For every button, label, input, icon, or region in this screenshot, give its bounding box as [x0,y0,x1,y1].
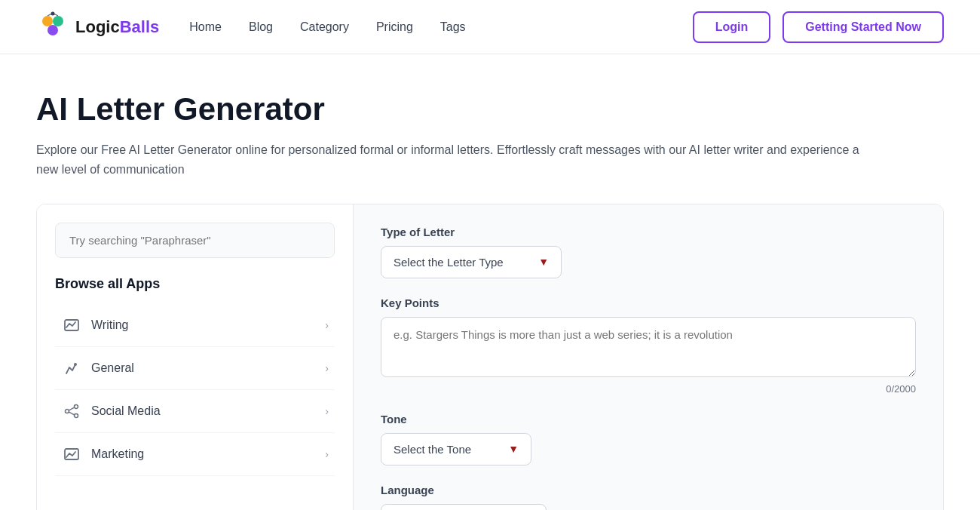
general-icon [61,358,82,379]
svg-point-3 [51,11,55,15]
content-grid: Browse all Apps Writing › [36,204,944,510]
logo-text: LogicBalls [75,17,159,37]
sidebar-item-marketing[interactable]: Marketing › [55,433,335,476]
language-label: Language [381,484,916,496]
sidebar-label-writing: Writing [91,318,129,332]
letter-type-value: Select the Letter Type [394,256,504,269]
logo[interactable]: LogicBalls [36,11,159,44]
search-input[interactable] [55,223,335,258]
chevron-right-writing: › [325,319,329,331]
chevron-right-general: › [325,362,329,374]
letter-type-label: Type of Letter [381,226,916,238]
tone-arrow: ▼ [508,443,519,455]
key-points-textarea[interactable] [381,317,916,377]
sidebar-item-writing[interactable]: Writing › [55,304,335,347]
sidebar-item-general[interactable]: General › [55,347,335,390]
writing-icon [61,315,82,336]
tone-value: Select the Tone [394,443,471,456]
logo-icon [36,11,69,44]
letter-type-group: Type of Letter Select the Letter Type ▼ [381,226,916,278]
sidebar-label-social-media: Social Media [91,404,161,418]
char-count: 0/2000 [381,383,916,395]
language-group: Language Select the Language ▼ [381,484,916,510]
right-panel: Type of Letter Select the Letter Type ▼ … [354,204,943,510]
marketing-icon [61,444,82,465]
tone-group: Tone Select the Tone ▼ [381,413,916,465]
svg-line-10 [69,412,74,415]
tone-label: Tone [381,413,916,426]
nav-blog[interactable]: Blog [249,20,273,34]
browse-title: Browse all Apps [55,276,335,292]
sidebar-item-social-media[interactable]: Social Media › [55,390,335,433]
svg-point-6 [75,404,78,408]
get-started-button[interactable]: Getting Started Now [782,11,944,43]
main-nav: Home Blog Category Pricing Tags [189,20,692,34]
svg-point-2 [47,25,58,35]
svg-rect-11 [65,449,78,459]
chevron-right-marketing: › [325,448,329,460]
login-button[interactable]: Login [693,11,771,43]
letter-type-dropdown[interactable]: Select the Letter Type ▼ [381,246,562,278]
letter-type-arrow: ▼ [538,256,549,268]
key-points-group: Key Points 0/2000 [381,296,916,395]
svg-point-1 [53,16,63,26]
left-panel: Browse all Apps Writing › [37,204,354,510]
header-actions: Login Getting Started Now [693,11,944,43]
svg-point-7 [66,409,69,413]
language-dropdown[interactable]: Select the Language ▼ [381,504,547,510]
chevron-right-social-media: › [325,405,329,417]
svg-line-9 [69,407,74,410]
key-points-label: Key Points [381,296,916,309]
tone-dropdown[interactable]: Select the Tone ▼ [381,433,531,465]
svg-point-0 [42,16,53,26]
page-title: AI Letter Generator [36,91,944,128]
nav-home[interactable]: Home [189,20,222,34]
svg-point-8 [75,413,78,417]
social-media-icon [61,401,82,422]
svg-point-5 [74,363,77,366]
page-description: Explore our Free AI Letter Generator onl… [36,140,865,179]
sidebar-label-marketing: Marketing [91,447,144,461]
nav-tags[interactable]: Tags [440,20,466,34]
nav-pricing[interactable]: Pricing [376,20,413,34]
sidebar-label-general: General [91,361,134,375]
nav-category[interactable]: Category [300,20,349,34]
